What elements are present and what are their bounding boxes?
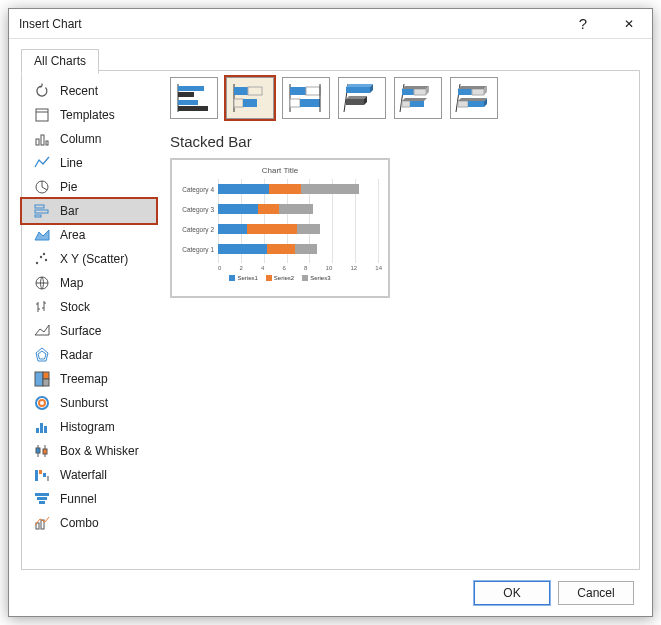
sidebar-item-xy-scatter[interactable]: X Y (Scatter) [22, 247, 156, 271]
dialog-footer: OK Cancel [9, 570, 652, 616]
sidebar-item-column[interactable]: Column [22, 127, 156, 151]
sidebar-item-treemap[interactable]: Treemap [22, 367, 156, 391]
subtype-3d-clustered-bar[interactable] [338, 77, 386, 119]
sidebar-item-label: Area [60, 228, 85, 242]
svg-rect-36 [39, 470, 42, 474]
help-button[interactable]: ? [560, 9, 606, 39]
sidebar-item-pie[interactable]: Pie [22, 175, 156, 199]
sidebar-item-label: Stock [60, 300, 90, 314]
svg-rect-62 [346, 99, 364, 105]
preview-bar-segment [295, 244, 318, 254]
sidebar-item-funnel[interactable]: Funnel [22, 487, 156, 511]
sidebar-item-stock[interactable]: Stock [22, 295, 156, 319]
svg-point-12 [45, 259, 47, 261]
sidebar-item-label: Treemap [60, 372, 108, 386]
svg-rect-51 [248, 87, 262, 95]
svg-rect-55 [290, 87, 306, 95]
svg-point-26 [36, 397, 48, 409]
tab-all-charts[interactable]: All Charts [21, 49, 99, 74]
svg-point-11 [40, 256, 42, 258]
sidebar-item-label: Histogram [60, 420, 115, 434]
svg-rect-28 [36, 428, 39, 433]
sidebar-item-line[interactable]: Line [22, 151, 156, 175]
svg-rect-57 [290, 99, 300, 107]
preview-category-label: Category 2 [178, 226, 218, 233]
svg-rect-0 [36, 109, 48, 121]
sidebar-item-label: Templates [60, 108, 115, 122]
waterfall-icon [34, 467, 50, 483]
sidebar-item-recent[interactable]: Recent [22, 79, 156, 103]
preview-bar-row: Category 1 [178, 239, 382, 259]
funnel-icon [34, 491, 50, 507]
map-icon [34, 275, 50, 291]
svg-rect-25 [43, 379, 49, 386]
preview-bar-segment [301, 184, 358, 194]
ok-button[interactable]: OK [474, 581, 550, 605]
tab-label: All Charts [34, 54, 86, 68]
sidebar-item-label: Combo [60, 516, 99, 530]
sidebar-item-radar[interactable]: Radar [22, 343, 156, 367]
chart-type-sidebar: Recent Templates Column Line [22, 71, 160, 569]
subtype-3d-100pct-stacked-bar[interactable] [450, 77, 498, 119]
sunburst-icon [34, 395, 50, 411]
preview-category-label: Category 3 [178, 206, 218, 213]
sidebar-item-templates[interactable]: Templates [22, 103, 156, 127]
svg-rect-35 [35, 470, 38, 481]
sidebar-item-histogram[interactable]: Histogram [22, 415, 156, 439]
svg-rect-61 [346, 87, 370, 93]
preview-category-label: Category 1 [178, 246, 218, 253]
subtype-100pct-stacked-bar[interactable] [282, 77, 330, 119]
sidebar-item-label: Pie [60, 180, 77, 194]
sidebar-item-sunburst[interactable]: Sunburst [22, 391, 156, 415]
templates-icon [34, 107, 50, 123]
chart-preview[interactable]: Chart Title Category 4Category 3Category… [170, 158, 390, 298]
sidebar-item-waterfall[interactable]: Waterfall [22, 463, 156, 487]
sidebar-item-map[interactable]: Map [22, 271, 156, 295]
sidebar-item-bar[interactable]: Bar [22, 199, 156, 223]
preview-bar-segment [218, 204, 258, 214]
surface-icon [34, 323, 50, 339]
dialog-titlebar: Insert Chart ? ✕ [9, 9, 652, 39]
sidebar-item-area[interactable]: Area [22, 223, 156, 247]
svg-rect-30 [44, 426, 47, 433]
pie-icon [34, 179, 50, 195]
subtype-clustered-bar[interactable] [170, 77, 218, 119]
line-icon [34, 155, 50, 171]
sidebar-item-label: Waterfall [60, 468, 107, 482]
main-area: Stacked Bar Chart Title Category 4Catego… [160, 71, 639, 569]
subtype-3d-stacked-bar[interactable] [394, 77, 442, 119]
svg-rect-6 [35, 205, 44, 208]
svg-rect-53 [243, 99, 257, 107]
sidebar-item-label: Radar [60, 348, 93, 362]
sidebar-item-combo[interactable]: Combo [22, 511, 156, 535]
close-button[interactable]: ✕ [606, 9, 652, 39]
svg-rect-3 [41, 135, 44, 145]
svg-rect-34 [43, 449, 47, 454]
sidebar-item-label: Bar [60, 204, 79, 218]
preview-chart-title: Chart Title [178, 166, 382, 175]
sidebar-item-label: Sunburst [60, 396, 108, 410]
dialog-title: Insert Chart [19, 17, 82, 31]
svg-point-10 [36, 262, 38, 264]
preview-bar-row: Category 4 [178, 179, 382, 199]
svg-rect-56 [306, 87, 320, 95]
sidebar-item-label: Box & Whisker [60, 444, 139, 458]
sidebar-item-box-whisker[interactable]: Box & Whisker [22, 439, 156, 463]
cancel-button-label: Cancel [577, 586, 614, 600]
sidebar-item-label: Line [60, 156, 83, 170]
preview-bar-row: Category 2 [178, 219, 382, 239]
svg-rect-29 [40, 423, 43, 433]
svg-marker-9 [35, 230, 49, 240]
cancel-button[interactable]: Cancel [558, 581, 634, 605]
subtype-stacked-bar[interactable] [226, 77, 274, 119]
preview-bar-segment [247, 224, 297, 234]
svg-rect-39 [35, 493, 49, 496]
svg-rect-41 [39, 501, 45, 504]
svg-rect-2 [36, 139, 39, 145]
sidebar-item-surface[interactable]: Surface [22, 319, 156, 343]
tab-strip: All Charts [9, 39, 652, 71]
preview-category-label: Category 4 [178, 186, 218, 193]
preview-bar-segment [267, 244, 294, 254]
histogram-icon [34, 419, 50, 435]
help-icon: ? [579, 15, 587, 32]
